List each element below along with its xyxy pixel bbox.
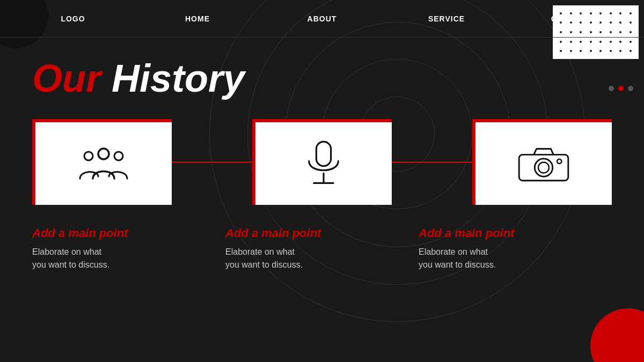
nav-logo[interactable]: LOGO	[11, 14, 135, 23]
people-icon	[77, 137, 130, 190]
content-card-1: Add a main point Elaborate on whatyou wa…	[32, 226, 225, 271]
card-text-1: Elaborate on whatyou want to discuss.	[32, 246, 209, 271]
svg-point-8	[538, 162, 549, 173]
svg-point-1	[84, 152, 93, 160]
svg-point-7	[535, 159, 552, 176]
camera-icon	[517, 137, 570, 190]
navigation: LOGO HOME ABOUT SERVICE CONTACT	[0, 0, 644, 38]
svg-point-2	[114, 152, 123, 160]
card-text-2: Elaborate on whatyou want to discuss.	[225, 246, 402, 271]
timeline-connector-2	[392, 161, 472, 163]
timeline-connector-1	[172, 161, 252, 163]
page-title: Our History	[32, 59, 612, 98]
svg-point-9	[557, 159, 561, 164]
main-content: Our History	[0, 38, 644, 293]
timeline-card-2	[252, 119, 392, 205]
card-title-2: Add a main point	[225, 226, 402, 240]
timeline	[32, 119, 612, 205]
svg-rect-3	[316, 142, 331, 166]
nav-item-home[interactable]: HOME	[135, 14, 260, 23]
nav-item-service[interactable]: SERVICE	[384, 14, 509, 23]
nav-item-about[interactable]: ABOUT	[260, 14, 384, 23]
title-history: History	[112, 57, 245, 100]
card-text-3: Elaborate on whatyou want to discuss.	[419, 246, 596, 271]
content-card-2: Add a main point Elaborate on whatyou wa…	[225, 226, 419, 271]
title-our: Our	[32, 57, 101, 100]
card-title-3: Add a main point	[419, 226, 596, 240]
timeline-card-1	[32, 119, 172, 205]
content-card-3: Add a main point Elaborate on whatyou wa…	[419, 226, 612, 271]
content-cards: Add a main point Elaborate on whatyou wa…	[32, 226, 612, 271]
microphone-icon	[297, 137, 350, 190]
timeline-card-3	[472, 119, 612, 205]
card-title-1: Add a main point	[32, 226, 209, 240]
nav-item-contact[interactable]: CONTACT	[509, 14, 633, 23]
svg-point-0	[98, 149, 109, 159]
red-circle-decoration	[590, 308, 644, 362]
